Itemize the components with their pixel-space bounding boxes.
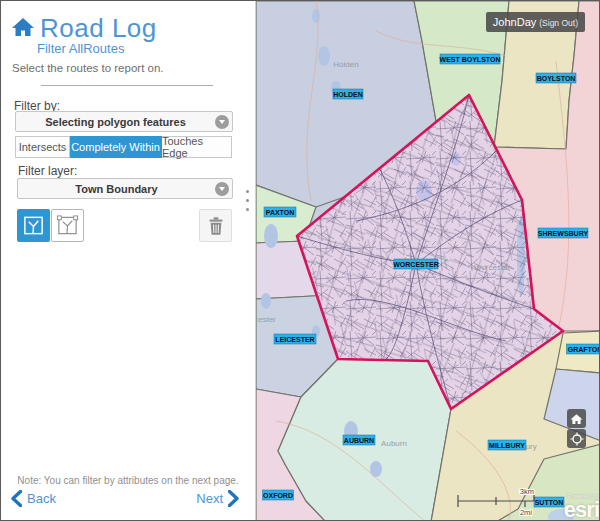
town-label-grafton: GRAFTON xyxy=(568,346,600,353)
app-window: Road Log Filter AllRoutes Select the rou… xyxy=(0,0,600,521)
town-label-holden: HOLDEN xyxy=(333,91,363,98)
basemap-label-cester: cester xyxy=(256,315,276,324)
map-canvas[interactable]: Holden cester xyxy=(256,1,600,521)
note-text: Note: You can filter by attributes on th… xyxy=(1,475,255,486)
next-label: Next xyxy=(196,491,223,506)
trash-icon xyxy=(205,215,227,237)
selection-mode-value: Selecting polygon features xyxy=(16,116,215,128)
wizard-nav: Back Next xyxy=(11,490,239,507)
selection-mode-dropdown[interactable]: Selecting polygon features xyxy=(15,111,233,132)
chevron-down-icon xyxy=(215,115,229,129)
chevron-down-icon xyxy=(215,182,229,196)
intro-text: Select the routes to report on. xyxy=(12,62,164,74)
town-label-auburn: AUBURN xyxy=(344,437,374,444)
locate-icon xyxy=(570,432,584,446)
filter-layer-label: Filter layer: xyxy=(18,164,77,178)
user-sign-out-button[interactable]: JohnDay (Sign Out) xyxy=(486,12,585,32)
town-label-worcester: WORCESTER xyxy=(393,261,439,268)
town-label-boylston: BOYLSTON xyxy=(537,75,576,82)
breadcrumb-filter-allroutes[interactable]: Filter AllRoutes xyxy=(37,41,124,56)
map-container: Holden cester xyxy=(256,1,600,521)
filter-layer-value: Town Boundary xyxy=(18,183,215,195)
map-locate-button[interactable] xyxy=(567,429,586,448)
mode-completely-within-button[interactable]: Completely Within xyxy=(70,136,162,158)
town-label-west-boylston: WEST BOYLSTON xyxy=(440,56,501,63)
scale-km-label: 3km xyxy=(520,487,534,496)
user-name: JohnDay xyxy=(493,12,536,32)
spatial-mode-segmented-control: Intersects Completely Within Touches Edg… xyxy=(15,136,232,158)
svg-text:Auburn: Auburn xyxy=(381,439,407,448)
divider xyxy=(41,85,213,86)
scale-mi-label: 2mi xyxy=(520,508,532,517)
polygon-outline-icon xyxy=(56,214,79,237)
delete-selection-button[interactable] xyxy=(199,209,232,242)
town-label-oxford: OXFORD xyxy=(263,492,293,499)
app-header: Road Log xyxy=(11,13,157,44)
town-label-millbury: MILLBURY xyxy=(489,442,525,449)
town-label-paxton: PAXTON xyxy=(266,209,295,216)
filter-panel: Road Log Filter AllRoutes Select the rou… xyxy=(1,1,256,520)
mode-touches-edge-button[interactable]: Touches Edge xyxy=(162,136,232,158)
home-icon[interactable] xyxy=(11,16,35,42)
sign-out-label: (Sign Out) xyxy=(539,18,578,28)
town-label-leicester: LEICESTER xyxy=(275,336,314,343)
panel-resize-handle[interactable] xyxy=(246,190,250,217)
chevron-right-icon xyxy=(228,490,239,507)
basemap-label-holden: Holden xyxy=(333,60,358,69)
select-polygon-icon xyxy=(22,214,45,237)
chevron-left-icon xyxy=(11,490,22,507)
filter-layer-dropdown[interactable]: Town Boundary xyxy=(17,178,233,199)
next-button[interactable]: Next xyxy=(196,490,239,507)
back-button[interactable]: Back xyxy=(11,490,56,507)
page-title: Road Log xyxy=(40,13,157,44)
scale-bar: 3km 2mi xyxy=(453,487,543,517)
home-icon xyxy=(570,413,583,425)
clear-selection-button[interactable] xyxy=(51,209,84,242)
mode-intersects-button[interactable]: Intersects xyxy=(15,136,70,158)
map-home-button[interactable] xyxy=(567,409,586,428)
select-by-polygon-button[interactable] xyxy=(17,209,50,242)
town-label-shrewsbury: SHREWSBURY xyxy=(538,230,589,237)
back-label: Back xyxy=(27,491,56,506)
svg-text:Worcester: Worcester xyxy=(474,263,511,272)
